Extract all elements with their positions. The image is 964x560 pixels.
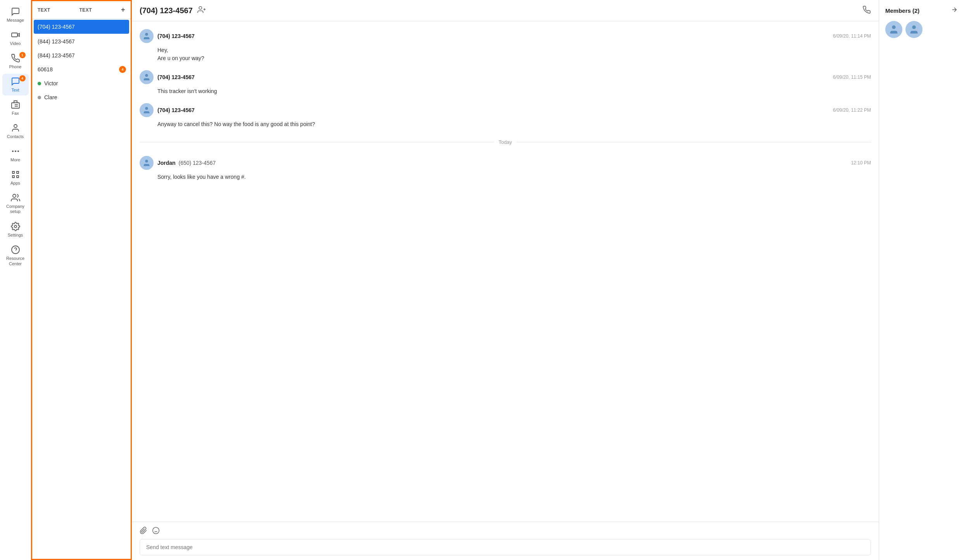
conv-item-5[interactable]: Victor (32, 76, 131, 90)
phone-icon[interactable] (862, 5, 871, 16)
member-avatar-1 (885, 21, 902, 38)
sender-2: (704) 123-4567 (157, 74, 195, 80)
left-navigation: Message Video 1 Phone 4 Text Fax (0, 0, 31, 560)
conv-panel-header: TEXT TEXT + (32, 1, 131, 19)
conv-name-1: (704) 123-4567 (38, 24, 75, 30)
chat-messages: (704) 123-4567 6/09/20, 11:14 PM Hey, Ar… (132, 21, 879, 522)
svg-rect-1 (12, 103, 19, 108)
conv-item-2[interactable]: (844) 123-4567 (32, 35, 131, 48)
svg-point-12 (12, 246, 19, 254)
svg-point-9 (17, 150, 19, 152)
conv-name-4: 60618 (38, 66, 53, 73)
svg-point-11 (14, 225, 17, 228)
svg-point-19 (145, 107, 148, 110)
body-2: This tracker isn't working (140, 87, 871, 95)
nav-label-company-setup: Company setup (4, 204, 27, 214)
nav-label-apps: Apps (10, 181, 20, 185)
phone-badge: 1 (19, 52, 26, 58)
conv-item-4[interactable]: 60618 4 (32, 62, 131, 76)
sender-4: Jordan (650) 123-4567 (157, 160, 216, 166)
time-3: 6/09/20, 11:22 PM (833, 107, 871, 113)
text-badge: 4 (19, 75, 26, 81)
avatar-4 (140, 156, 154, 170)
nav-item-company-setup[interactable]: Company setup (2, 190, 29, 217)
msg-line-2-0: This tracker isn't working (157, 87, 871, 95)
conversation-list: (704) 123-4567 (844) 123-4567 (844) 123-… (32, 19, 131, 559)
message-header-1: (704) 123-4567 6/09/20, 11:14 PM (140, 29, 871, 43)
sender-number-4: (650) 123-4567 (178, 160, 216, 166)
nav-item-message[interactable]: Message (2, 4, 29, 26)
chat-title: (704) 123-4567 (140, 6, 193, 15)
nav-item-video[interactable]: Video (2, 27, 29, 49)
nav-item-more[interactable]: More (2, 143, 29, 165)
sender-3: (704) 123-4567 (157, 107, 195, 113)
nav-item-phone[interactable]: 1 Phone (2, 50, 29, 72)
conv-item-6[interactable]: Clare (32, 90, 131, 104)
message-group-1: (704) 123-4567 6/09/20, 11:14 PM Hey, Ar… (140, 29, 871, 62)
conv-item-1[interactable]: (704) 123-4567 (34, 20, 129, 34)
message-header-4: Jordan (650) 123-4567 12:10 PM (140, 156, 871, 170)
conv-name-6: Clare (44, 94, 57, 100)
nav-item-text[interactable]: 4 Text (2, 74, 29, 95)
chat-header: (704) 123-4567 (132, 0, 879, 21)
chat-header-left: (704) 123-4567 (140, 5, 206, 16)
svg-point-25 (912, 26, 916, 29)
nav-item-resource-center[interactable]: Resource Center (2, 242, 29, 269)
nav-label-phone: Phone (9, 64, 22, 69)
time-4: 12:10 PM (851, 160, 871, 166)
svg-point-14 (199, 7, 202, 9)
chat-input-toolbar (140, 527, 871, 536)
members-avatars (885, 21, 958, 38)
message-group-2: (704) 123-4567 6/09/20, 11:15 PM This tr… (140, 70, 871, 95)
svg-point-6 (14, 124, 17, 128)
sender-1: (704) 123-4567 (157, 33, 195, 39)
message-header-3: (704) 123-4567 6/09/20, 11:22 PM (140, 103, 871, 117)
add-member-icon[interactable] (197, 5, 206, 16)
avatar-2 (140, 70, 154, 84)
conv-badge-4: 4 (119, 66, 126, 73)
conv-name-2: (844) 123-4567 (38, 38, 75, 45)
members-header: Members (2) (885, 6, 958, 15)
conv-name-3: (844) 123-4567 (38, 52, 75, 59)
nav-label-resource-center: Resource Center (4, 256, 27, 266)
conv-panel-title: TEXT (38, 7, 50, 13)
nav-label-contacts: Contacts (7, 134, 24, 139)
message-group-4: Jordan (650) 123-4567 12:10 PM Sorry, lo… (140, 156, 871, 181)
nav-item-settings[interactable]: Settings (2, 219, 29, 240)
avatar-3 (140, 103, 154, 117)
msg-line-3-0: Anyway to cancel this? No way the food i… (157, 120, 871, 128)
msg-line-4-0: Sorry, looks like you have a wrong #. (157, 173, 871, 181)
conv-panel-label: TEXT (79, 7, 92, 13)
nav-item-apps[interactable]: Apps (2, 167, 29, 188)
add-conversation-button[interactable]: + (121, 6, 125, 14)
body-3: Anyway to cancel this? No way the food i… (140, 120, 871, 128)
member-avatar-2 (905, 21, 923, 38)
nav-item-contacts[interactable]: Contacts (2, 120, 29, 142)
conv-item-3[interactable]: (844) 123-4567 (32, 48, 131, 62)
status-indicator-clare (38, 96, 41, 99)
nav-label-fax: Fax (12, 111, 19, 116)
today-label: Today (499, 139, 512, 145)
conv-name-5: Victor (44, 80, 58, 86)
expand-members-icon[interactable] (951, 6, 958, 15)
nav-label-settings: Settings (8, 233, 23, 237)
members-title: Members (2) (885, 7, 919, 14)
msg-line-1-1: Are u on your way? (157, 54, 871, 62)
msg-line-1-0: Hey, (157, 46, 871, 54)
attachment-icon[interactable] (140, 527, 147, 536)
avatar-1 (140, 29, 154, 43)
members-panel: Members (2) (879, 0, 964, 560)
message-input[interactable] (140, 539, 871, 555)
today-divider: Today (140, 136, 871, 148)
svg-point-24 (892, 26, 895, 29)
nav-label-video: Video (10, 41, 21, 46)
nav-label-text: Text (11, 88, 19, 92)
nav-label-more: More (10, 157, 20, 162)
svg-point-7 (12, 150, 14, 152)
svg-point-17 (145, 33, 148, 36)
time-1: 6/09/20, 11:14 PM (833, 33, 871, 39)
nav-item-fax[interactable]: Fax (2, 97, 29, 119)
emoji-icon[interactable] (152, 527, 160, 536)
svg-point-10 (13, 194, 16, 197)
svg-point-8 (15, 150, 16, 152)
